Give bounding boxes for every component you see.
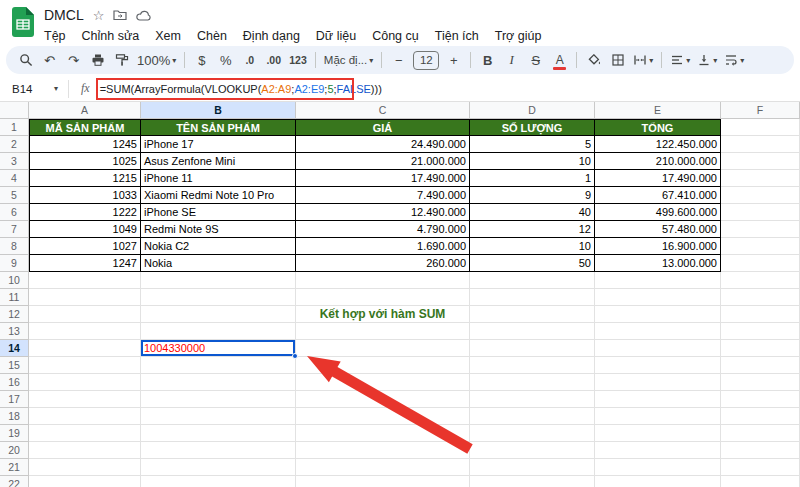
undo-button[interactable]: ↶	[38, 48, 61, 72]
cell-A11[interactable]	[29, 289, 141, 306]
cell-D15[interactable]	[470, 357, 595, 374]
cell-B11[interactable]	[141, 289, 296, 306]
cell-A7[interactable]: 1049	[29, 221, 141, 238]
cell-A12[interactable]	[29, 306, 141, 323]
row-header-18[interactable]: 18	[0, 408, 29, 425]
cell-F14[interactable]	[721, 340, 800, 357]
cell-B6[interactable]: iPhone SE	[141, 204, 296, 221]
row-header-12[interactable]: 12	[0, 306, 29, 323]
cell-C17[interactable]	[296, 391, 470, 408]
row-header-11[interactable]: 11	[0, 289, 29, 306]
cell-D17[interactable]	[470, 391, 595, 408]
cell-B22[interactable]	[141, 476, 296, 487]
cell-E13[interactable]	[595, 323, 721, 340]
cell-B17[interactable]	[141, 391, 296, 408]
row-header-19[interactable]: 19	[0, 425, 29, 442]
cell-F11[interactable]	[721, 289, 800, 306]
cell-A6[interactable]: 1222	[29, 204, 141, 221]
cell-E4[interactable]: 17.490.000	[595, 170, 721, 187]
cell-E11[interactable]	[595, 289, 721, 306]
cell-C15[interactable]	[296, 357, 470, 374]
row-header-22[interactable]: 22	[0, 476, 29, 487]
increase-font-size-button[interactable]: +	[442, 48, 465, 72]
cell-D8[interactable]: 10	[470, 238, 595, 255]
cell-C16[interactable]	[296, 374, 470, 391]
cell-C20[interactable]	[296, 442, 470, 459]
menu-item-2[interactable]: Xem	[147, 27, 189, 45]
cell-F20[interactable]	[721, 442, 800, 459]
cell-D6[interactable]: 40	[470, 204, 595, 221]
vertical-align-button[interactable]: ▾	[694, 48, 720, 72]
row-header-21[interactable]: 21	[0, 459, 29, 476]
row-header-13[interactable]: 13	[0, 323, 29, 340]
cell-D20[interactable]	[470, 442, 595, 459]
menu-item-4[interactable]: Định dạng	[235, 27, 308, 45]
fill-color-button[interactable]	[582, 48, 605, 72]
row-header-2[interactable]: 2	[0, 136, 29, 153]
cell-C22[interactable]	[296, 476, 470, 487]
cell-F3[interactable]	[721, 153, 800, 170]
cell-D1[interactable]: SỐ LƯỢNG	[470, 119, 595, 136]
cell-A14[interactable]	[29, 340, 141, 357]
cell-A9[interactable]: 1247	[29, 255, 141, 272]
cell-A8[interactable]: 1027	[29, 238, 141, 255]
cell-C3[interactable]: 21.000.000	[296, 153, 470, 170]
cloud-status-icon[interactable]	[136, 10, 151, 21]
cell-C19[interactable]	[296, 425, 470, 442]
number-format-button[interactable]: 123	[286, 48, 310, 72]
cell-C8[interactable]: 1.690.000	[296, 238, 470, 255]
cell-E5[interactable]: 67.410.000	[595, 187, 721, 204]
bold-button[interactable]: B	[476, 48, 499, 72]
font-family-select[interactable]: Mặc đị... ▾	[321, 48, 376, 72]
cell-E10[interactable]	[595, 272, 721, 289]
cell-E9[interactable]: 13.000.000	[595, 255, 721, 272]
cell-A13[interactable]	[29, 323, 141, 340]
cell-B1[interactable]: TÊN SẢN PHẨM	[141, 119, 296, 136]
row-header-4[interactable]: 4	[0, 170, 29, 187]
cell-A20[interactable]	[29, 442, 141, 459]
cell-D7[interactable]: 12	[470, 221, 595, 238]
cell-C5[interactable]: 7.490.000	[296, 187, 470, 204]
cell-C2[interactable]: 24.490.000	[296, 136, 470, 153]
cell-D18[interactable]	[470, 408, 595, 425]
column-header-E[interactable]: E	[595, 102, 721, 119]
row-header-8[interactable]: 8	[0, 238, 29, 255]
cell-B8[interactable]: Nokia C2	[141, 238, 296, 255]
row-header-6[interactable]: 6	[0, 204, 29, 221]
cell-A22[interactable]	[29, 476, 141, 487]
cell-D11[interactable]	[470, 289, 595, 306]
cell-F17[interactable]	[721, 391, 800, 408]
menu-item-6[interactable]: Công cụ	[364, 27, 427, 45]
column-header-A[interactable]: A	[29, 102, 141, 119]
cell-E6[interactable]: 499.600.000	[595, 204, 721, 221]
cell-E3[interactable]: 210.000.000	[595, 153, 721, 170]
cell-F13[interactable]	[721, 323, 800, 340]
row-header-9[interactable]: 9	[0, 255, 29, 272]
cell-D22[interactable]	[470, 476, 595, 487]
cell-D2[interactable]: 5	[470, 136, 595, 153]
cell-F22[interactable]	[721, 476, 800, 487]
cell-B10[interactable]	[141, 272, 296, 289]
font-size-input[interactable]: 12	[413, 51, 439, 70]
cell-C6[interactable]: 12.490.000	[296, 204, 470, 221]
cell-B13[interactable]	[141, 323, 296, 340]
row-header-5[interactable]: 5	[0, 187, 29, 204]
row-header-14[interactable]: 14	[0, 340, 29, 357]
column-header-D[interactable]: D	[470, 102, 595, 119]
cell-E21[interactable]	[595, 459, 721, 476]
cell-C13[interactable]	[296, 323, 470, 340]
cell-C10[interactable]	[296, 272, 470, 289]
paint-format-button[interactable]	[110, 48, 133, 72]
cell-C7[interactable]: 4.790.000	[296, 221, 470, 238]
cell-E18[interactable]	[595, 408, 721, 425]
menu-item-0[interactable]: Tệp	[36, 27, 74, 45]
cell-F5[interactable]	[721, 187, 800, 204]
column-header-C[interactable]: C	[296, 102, 470, 119]
cell-B2[interactable]: iPhone 17	[141, 136, 296, 153]
cell-A5[interactable]: 1033	[29, 187, 141, 204]
horizontal-align-button[interactable]: ▾	[667, 48, 693, 72]
cell-C4[interactable]: 17.490.000	[296, 170, 470, 187]
column-header-B[interactable]: B	[141, 102, 296, 119]
cell-E22[interactable]	[595, 476, 721, 487]
cell-B15[interactable]	[141, 357, 296, 374]
